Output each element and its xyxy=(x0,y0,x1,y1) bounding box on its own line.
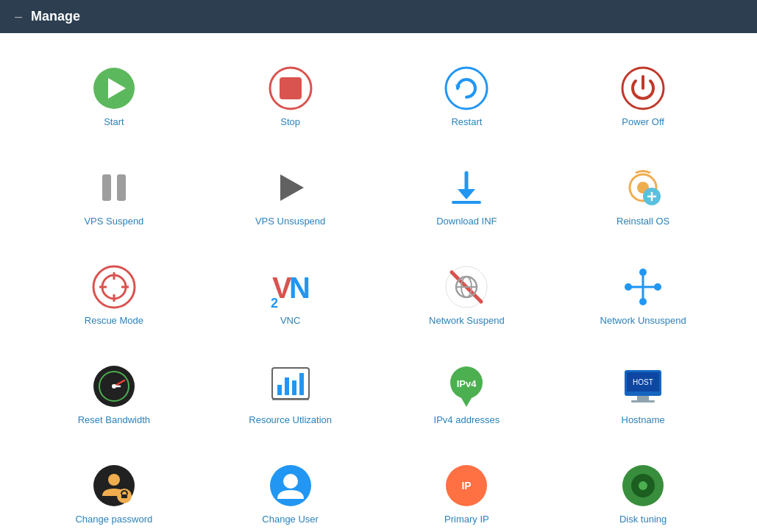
action-item-rescue-mode[interactable]: Rescue Mode xyxy=(29,254,199,338)
action-item-network-unsuspend[interactable]: Network Unsuspend xyxy=(558,254,728,338)
vps-suspend-icon xyxy=(92,166,136,210)
vps-suspend-label: VPS Suspend xyxy=(84,216,143,228)
svg-rect-54 xyxy=(631,400,655,402)
action-item-download-inf[interactable]: Download INF xyxy=(383,155,552,239)
start-label: Start xyxy=(104,116,124,129)
svg-point-35 xyxy=(639,269,647,276)
svg-point-61 xyxy=(283,474,298,489)
svg-point-57 xyxy=(108,474,120,486)
actions-grid: StartStopRestartPower OffVPS SuspendVPS … xyxy=(29,55,728,532)
restart-icon xyxy=(444,66,488,110)
restart-label: Restart xyxy=(451,116,482,129)
disk-tuning-label: Disk tuning xyxy=(619,514,667,526)
reset-bandwidth-label: Reset Bandwidth xyxy=(78,414,150,427)
network-suspend-label: Network Suspend xyxy=(429,315,505,327)
svg-text:2: 2 xyxy=(271,296,278,309)
hostname-label: Hostname xyxy=(622,414,665,427)
resource-utilization-icon xyxy=(269,364,313,408)
svg-marker-50 xyxy=(461,397,472,407)
action-item-change-password[interactable]: Change password xyxy=(29,453,199,532)
svg-rect-7 xyxy=(102,174,111,201)
svg-point-4 xyxy=(446,68,487,109)
hostname-icon: HOST xyxy=(621,364,665,408)
action-item-primary-ip[interactable]: IPPrimary IP xyxy=(383,453,552,532)
action-item-stop[interactable]: Stop xyxy=(206,55,375,140)
svg-marker-10 xyxy=(458,189,475,199)
network-unsuspend-label: Network Unsuspend xyxy=(600,315,686,327)
vnc-label: VNC xyxy=(280,315,300,327)
svg-rect-59 xyxy=(121,494,127,498)
start-icon xyxy=(92,66,136,110)
download-inf-label: Download INF xyxy=(436,216,497,228)
svg-point-33 xyxy=(625,283,632,291)
svg-rect-8 xyxy=(117,174,126,201)
action-item-vnc[interactable]: VN2VNC xyxy=(206,254,375,338)
ipv4-addresses-label: IPv4 addresses xyxy=(434,414,500,427)
reinstall-os-label: Reinstall OS xyxy=(616,216,669,228)
power-off-icon xyxy=(621,66,665,110)
power-off-label: Power Off xyxy=(622,116,664,129)
svg-point-66 xyxy=(639,481,647,490)
svg-text:IPv4: IPv4 xyxy=(457,378,477,389)
svg-point-34 xyxy=(654,283,661,291)
rescue-mode-label: Rescue Mode xyxy=(85,315,143,327)
main-content: StartStopRestartPower OffVPS SuspendVPS … xyxy=(0,33,757,532)
disk-tuning-icon xyxy=(621,464,665,508)
action-item-vps-unsuspend[interactable]: VPS Unsuspend xyxy=(206,155,375,239)
svg-point-41 xyxy=(112,384,116,389)
action-item-network-suspend[interactable]: Network Suspend xyxy=(383,254,552,338)
resource-utilization-label: Resource Utlization xyxy=(249,414,332,427)
svg-rect-53 xyxy=(637,396,649,400)
action-item-restart[interactable]: Restart xyxy=(383,55,552,140)
vps-unsuspend-label: VPS Unsuspend xyxy=(255,216,325,228)
change-user-label: Change User xyxy=(262,514,319,526)
action-item-hostname[interactable]: HOSTHostname xyxy=(558,353,728,438)
svg-point-36 xyxy=(639,298,647,305)
action-item-start[interactable]: Start xyxy=(29,55,199,140)
svg-rect-43 xyxy=(277,385,282,395)
svg-text:IP: IP xyxy=(462,480,472,492)
network-suspend-icon xyxy=(444,265,488,309)
svg-rect-3 xyxy=(280,77,302,99)
stop-icon xyxy=(269,66,313,110)
svg-marker-9 xyxy=(280,174,304,201)
reset-bandwidth-icon xyxy=(92,364,136,408)
network-unsuspend-icon xyxy=(621,265,665,309)
action-item-disk-tuning[interactable]: Disk tuning xyxy=(558,453,728,532)
svg-rect-45 xyxy=(292,380,296,395)
header-dash: – xyxy=(15,9,22,24)
vps-unsuspend-icon xyxy=(269,166,313,210)
primary-ip-label: Primary IP xyxy=(444,514,489,526)
action-item-ipv4-addresses[interactable]: IPv4IPv4 addresses xyxy=(383,353,552,438)
reinstall-os-icon xyxy=(621,166,665,210)
change-password-icon xyxy=(92,464,136,508)
app-header: – Manage xyxy=(0,0,757,33)
primary-ip-icon: IP xyxy=(444,464,488,508)
stop-label: Stop xyxy=(280,116,300,129)
rescue-mode-icon xyxy=(92,265,136,309)
svg-text:N: N xyxy=(289,272,310,304)
svg-rect-46 xyxy=(299,373,304,395)
action-item-vps-suspend[interactable]: VPS Suspend xyxy=(29,155,199,239)
download-inf-icon xyxy=(444,166,488,210)
change-user-icon xyxy=(269,464,313,508)
action-item-change-user[interactable]: Change User xyxy=(206,453,375,532)
vnc-icon: VN2 xyxy=(269,265,313,309)
action-item-reinstall-os[interactable]: Reinstall OS xyxy=(558,155,728,239)
action-item-power-off[interactable]: Power Off xyxy=(558,55,728,140)
change-password-label: Change password xyxy=(75,514,152,526)
ipv4-addresses-icon: IPv4 xyxy=(444,364,488,408)
action-item-reset-bandwidth[interactable]: Reset Bandwidth xyxy=(29,353,199,438)
action-item-resource-utilization[interactable]: Resource Utlization xyxy=(206,353,375,438)
svg-text:HOST: HOST xyxy=(633,378,653,386)
page-title: Manage xyxy=(31,9,80,24)
svg-rect-44 xyxy=(285,377,289,395)
